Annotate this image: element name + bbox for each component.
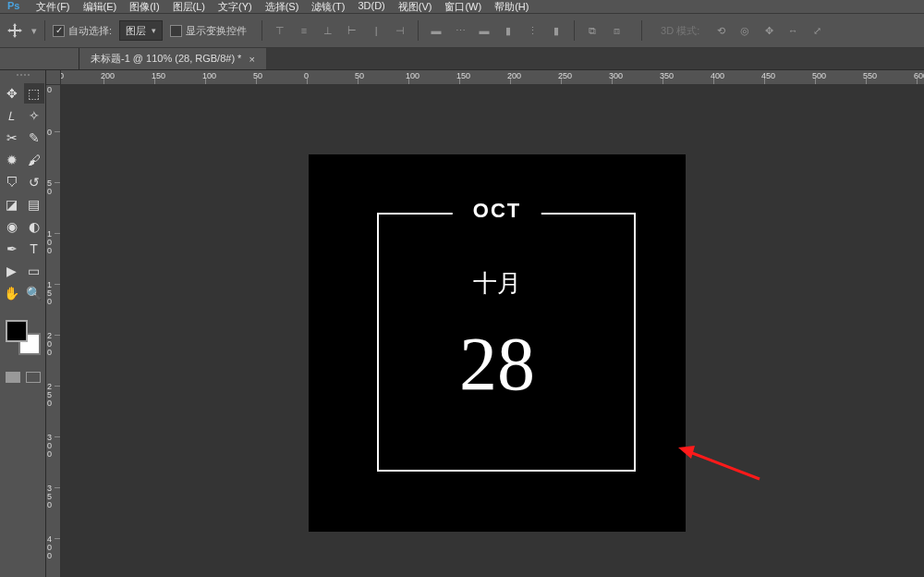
foreground-color[interactable] bbox=[6, 320, 28, 342]
align-left-icon[interactable]: ⊢ bbox=[342, 20, 362, 41]
svg-line-0 bbox=[687, 451, 760, 479]
align-buttons: ⊤ ≡ ⊥ ⊢ | ⊣ bbox=[270, 20, 410, 41]
3d-mode-label: 3D 模式: bbox=[661, 24, 699, 38]
3d-orbit-icon[interactable]: ⟲ bbox=[711, 20, 731, 41]
clone-stamp-tool[interactable]: ⛉ bbox=[2, 172, 22, 192]
ruler-vertical[interactable]: 50050100150200250300350400450 bbox=[46, 85, 61, 577]
close-tab-icon[interactable]: × bbox=[249, 54, 254, 65]
brush-tool[interactable]: 🖌 bbox=[24, 150, 44, 170]
menu-file[interactable]: 文件(F) bbox=[36, 0, 69, 13]
align-vcenter-icon[interactable]: ≡ bbox=[294, 20, 314, 41]
history-brush-tool[interactable]: ↺ bbox=[24, 172, 44, 192]
options-bar: ▾ 自动选择: 图层 ▾ 显示变换控件 ⊤ ≡ ⊥ ⊢ | ⊣ ▬ ⋯ ▬ ▮ … bbox=[0, 13, 924, 48]
toolbox-grip[interactable] bbox=[5, 74, 42, 80]
toolbox: ✥⬚𝘓✧✂✎✹🖌⛉↺◪▤◉◐✒T▶▭✋🔍 bbox=[0, 70, 46, 577]
hand-tool[interactable]: ✋ bbox=[2, 283, 22, 303]
auto-blend-icon[interactable]: ⧈ bbox=[606, 20, 626, 41]
magic-wand-tool[interactable]: ✧ bbox=[24, 105, 44, 126]
ruler-corner bbox=[46, 70, 61, 85]
menu-edit[interactable]: 编辑(E) bbox=[83, 0, 117, 13]
3d-scale-icon[interactable]: ⤢ bbox=[807, 20, 827, 41]
menu-view[interactable]: 视图(V) bbox=[398, 0, 432, 13]
type-tool[interactable]: T bbox=[24, 239, 44, 259]
dist-top-icon[interactable]: ▬ bbox=[426, 20, 446, 41]
path-select-tool[interactable]: ▶ bbox=[2, 261, 22, 281]
menu-image[interactable]: 图像(I) bbox=[129, 0, 159, 13]
dist-right-icon[interactable]: ▮ bbox=[546, 20, 566, 41]
move-tool-icon bbox=[6, 21, 24, 40]
menu-layer[interactable]: 图层(L) bbox=[173, 0, 205, 13]
align-bottom-icon[interactable]: ⊥ bbox=[318, 20, 338, 41]
auto-select-target-dropdown[interactable]: 图层 ▾ bbox=[119, 20, 163, 41]
crop-tool[interactable]: ✂ bbox=[2, 128, 22, 148]
day-number: 28 bbox=[459, 321, 535, 408]
menu-type[interactable]: 文字(Y) bbox=[218, 0, 252, 13]
dodge-tool[interactable]: ◐ bbox=[24, 216, 44, 237]
auto-select-checkbox[interactable]: 自动选择: bbox=[53, 24, 112, 38]
dist-vcenter-icon[interactable]: ⋯ bbox=[450, 20, 470, 41]
menu-select[interactable]: 选择(S) bbox=[265, 0, 299, 13]
month-chinese: 十月 bbox=[473, 267, 521, 300]
eraser-tool[interactable]: ◪ bbox=[2, 194, 22, 215]
distribute-buttons: ▬ ⋯ ▬ ▮ ⋮ ▮ bbox=[426, 20, 566, 41]
zoom-tool[interactable]: 🔍 bbox=[24, 283, 44, 303]
quickmask-mode-icon[interactable] bbox=[26, 372, 41, 383]
gradient-tool[interactable]: ▤ bbox=[24, 194, 44, 215]
show-transform-checkbox[interactable]: 显示变换控件 bbox=[170, 24, 247, 38]
align-top-icon[interactable]: ⊤ bbox=[270, 20, 290, 41]
menu-help[interactable]: 帮助(H) bbox=[494, 0, 529, 13]
blur-tool[interactable]: ◉ bbox=[2, 216, 22, 237]
marquee-tool[interactable]: ⬚ bbox=[24, 83, 44, 104]
annotation-arrow bbox=[678, 444, 761, 481]
3d-pan-icon[interactable]: ✥ bbox=[759, 20, 779, 41]
lasso-tool[interactable]: 𝘓 bbox=[2, 105, 22, 126]
menu-window[interactable]: 窗口(W) bbox=[444, 0, 481, 13]
3d-slide-icon[interactable]: ↔ bbox=[783, 20, 803, 41]
menu-bar: Ps 文件(F) 编辑(E) 图像(I) 图层(L) 文字(Y) 选择(S) 滤… bbox=[0, 0, 924, 13]
document-tabs: 未标题-1 @ 110% (28, RGB/8#) * × bbox=[0, 48, 924, 70]
eyedropper-tool[interactable]: ✎ bbox=[24, 128, 44, 148]
shape-tool[interactable]: ▭ bbox=[24, 261, 44, 281]
color-swatches[interactable] bbox=[6, 320, 41, 355]
auto-align-icon[interactable]: ⧉ bbox=[582, 20, 602, 41]
move-tool[interactable]: ✥ bbox=[2, 83, 22, 104]
ruler-horizontal[interactable]: 2502001501005005010015020025030035040045… bbox=[61, 70, 924, 85]
document-area: 2502001501005005010015020025030035040045… bbox=[46, 70, 924, 577]
document-tab[interactable]: 未标题-1 @ 110% (28, RGB/8#) * × bbox=[79, 48, 266, 69]
menu-3d[interactable]: 3D(D) bbox=[358, 0, 384, 13]
dist-hcenter-icon[interactable]: ⋮ bbox=[522, 20, 542, 41]
align-right-icon[interactable]: ⊣ bbox=[390, 20, 410, 41]
standard-mode-icon[interactable] bbox=[6, 372, 20, 383]
canvas[interactable]: OCT 十月 28 bbox=[309, 154, 686, 532]
menu-filter[interactable]: 滤镜(T) bbox=[311, 0, 345, 13]
align-hcenter-icon[interactable]: | bbox=[366, 20, 386, 41]
3d-roll-icon[interactable]: ◎ bbox=[735, 20, 755, 41]
spot-heal-tool[interactable]: ✹ bbox=[2, 150, 22, 170]
canvas-viewport[interactable]: OCT 十月 28 bbox=[61, 85, 924, 577]
app-logo: Ps bbox=[7, 0, 19, 13]
dist-left-icon[interactable]: ▮ bbox=[498, 20, 518, 41]
document-tab-title: 未标题-1 @ 110% (28, RGB/8#) * bbox=[91, 52, 241, 66]
pen-tool[interactable]: ✒ bbox=[2, 239, 22, 259]
dist-bottom-icon[interactable]: ▬ bbox=[474, 20, 494, 41]
month-english: OCT bbox=[453, 199, 541, 223]
